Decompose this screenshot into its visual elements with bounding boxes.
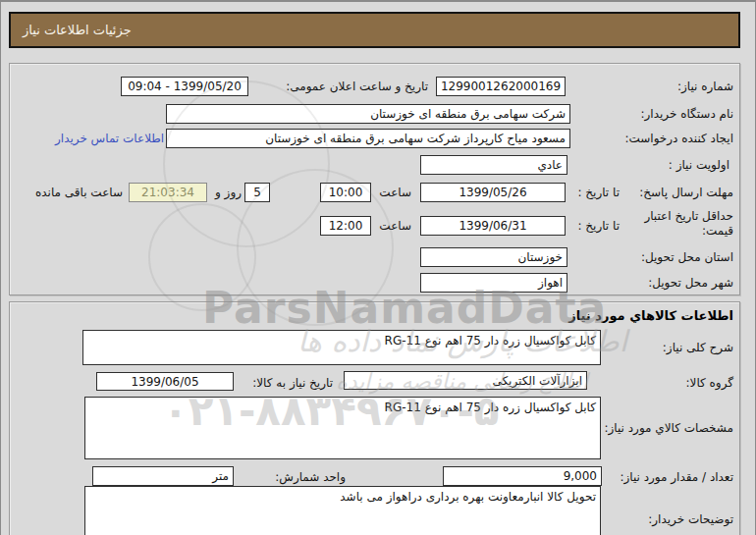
reply-deadline-time-field[interactable]: 10:00 xyxy=(320,183,371,202)
buyer-name-field[interactable]: شرکت سهامی برق منطقه ای خوزستان xyxy=(166,104,570,124)
need-date-field[interactable]: 1399/06/05 xyxy=(96,372,234,391)
price-validity-time-field[interactable]: 12:00 xyxy=(320,216,371,236)
priority-label: اولویت نیاز : xyxy=(669,158,729,173)
delivery-city-label: شهر محل تحویل: xyxy=(648,276,733,291)
need-number-field[interactable]: 1299001262000169 xyxy=(436,77,566,96)
page-title: جزئیات اطلاعات نیاز xyxy=(23,23,132,37)
reply-until-label: تا تاریخ : xyxy=(577,186,620,200)
hours-remaining-label: ساعت باقی مانده xyxy=(35,186,123,200)
price-until-label: تا تاریخ : xyxy=(577,219,620,234)
specifications-textarea[interactable]: کابل کواکسیال زره دار 75 اهم نوع RG-11 xyxy=(84,397,601,459)
unit-field[interactable]: متر xyxy=(92,466,234,486)
buyer-contact-link[interactable]: اطلاعات تماس خریدار xyxy=(55,132,164,145)
need-number-label: شماره نیاز: xyxy=(677,80,733,94)
delivery-province-field[interactable]: خوزستان xyxy=(420,247,567,267)
countdown-timer-field: 21:03:34 xyxy=(129,183,207,202)
request-creator-label: ایجاد کننده درخواست: xyxy=(624,132,733,146)
delivery-city-field[interactable]: اهواز xyxy=(420,273,567,293)
quantity-label: تعداد / مقدار مورد نیاز: xyxy=(620,470,733,485)
general-description-label: شرح کلی نیاز: xyxy=(663,341,733,355)
goods-group-label: گروه کالا: xyxy=(686,376,734,391)
goods-section-header: اطلاعات کالاهاي مورد نیاز xyxy=(568,308,733,323)
price-hour-label: ساعت xyxy=(379,219,411,234)
remaining-days-field[interactable]: 5 xyxy=(244,183,270,202)
reply-hour-label: ساعت xyxy=(379,186,411,200)
reply-deadline-label: مهلت ارسال پاسخ: xyxy=(639,186,733,200)
price-validity-date-field[interactable]: 1399/06/31 xyxy=(420,216,566,236)
quantity-field[interactable]: 9,000 xyxy=(443,466,602,486)
days-and-label: روز و xyxy=(215,186,242,200)
page-title-bar: جزئیات اطلاعات نیاز xyxy=(9,12,740,48)
announce-datetime-field[interactable]: 09:04 - 1399/05/20 xyxy=(121,77,248,96)
buyer-notes-label: توضیحات خریدار: xyxy=(648,512,733,527)
specifications-label: مشخصات کالاي مورد نیاز: xyxy=(604,421,733,436)
general-description-textarea[interactable]: کابل کواکسیال زره دار 75 اهم نوع RG-11 xyxy=(82,330,601,365)
buyer-notes-textarea[interactable]: تحویل کالا انبارمعاونت بهره برداری دراهو… xyxy=(84,486,601,535)
need-info-panel xyxy=(9,63,740,295)
reply-deadline-date-field[interactable]: 1399/05/26 xyxy=(420,183,566,202)
announce-datetime-label: تاریخ و ساعت اعلان عمومی: xyxy=(286,80,428,94)
unit-label: واحد شمارش: xyxy=(275,470,346,485)
request-creator-field[interactable]: مسعود میاح کارپرداز شرکت سهامی برق منطقه… xyxy=(166,129,570,148)
goods-group-field[interactable]: ابزارآلات الکتریکی xyxy=(344,371,587,390)
delivery-province-label: استان محل تحویل: xyxy=(641,250,733,265)
buyer-name-label: نام دستگاه خریدار: xyxy=(641,107,734,122)
need-date-label: تاریخ نیاز به کالا: xyxy=(252,376,333,391)
price-validity-label: حداقل تاریخ اعتبار قیمت: xyxy=(623,209,733,239)
priority-field[interactable]: عادي xyxy=(420,155,567,175)
